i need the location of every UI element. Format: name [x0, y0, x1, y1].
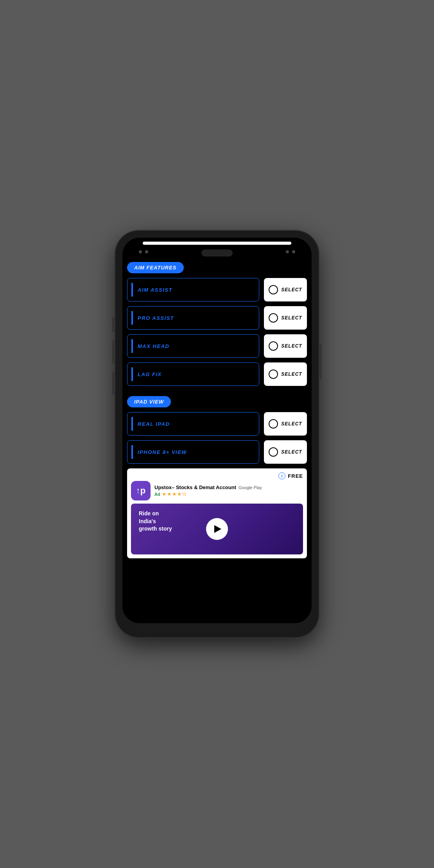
volume-down-button [112, 371, 115, 395]
iphone8-label: IPHONE 8+ VIEW [138, 449, 187, 455]
cam-dot2 [292, 250, 295, 253]
iphone8-select-label: SELECT [281, 449, 302, 455]
pro-assist-label: PRO ASSIST [138, 315, 174, 321]
aim-assist-select-button[interactable]: SELECT [264, 278, 307, 301]
ad-rating-row: Ad ★★★★½ [154, 491, 303, 497]
ad-badge: Ad [154, 492, 160, 497]
ad-app-icon: ↑p [131, 481, 151, 500]
pro-assist-label-box: PRO ASSIST [127, 306, 259, 330]
aim-assist-row: AIM ASSIST SELECT [127, 278, 307, 301]
ad-play-button[interactable] [206, 518, 228, 540]
aim-assist-label-box: AIM ASSIST [127, 278, 259, 301]
iphone8-radio [269, 447, 278, 457]
ad-thumb-text: Ride on India's growth story [139, 510, 172, 533]
top-bar [143, 242, 291, 245]
max-head-select-button[interactable]: SELECT [264, 334, 307, 358]
notch-area [127, 248, 307, 256]
phone-device: AIM FEATURES AIM ASSIST SELECT [115, 231, 319, 637]
aim-assist-label: AIM ASSIST [138, 287, 172, 293]
iphone8-select-button[interactable]: SELECT [264, 440, 307, 464]
ad-app-info: Upstox– Stocks & Demat Account Google Pl… [154, 484, 303, 497]
lag-fix-bar [131, 367, 133, 381]
camera-dot [139, 250, 142, 253]
max-head-radio [269, 341, 278, 351]
aim-features-section: AIM FEATURES AIM ASSIST SELECT [127, 256, 307, 386]
aim-assist-bar [131, 283, 133, 297]
max-head-row: MAX HEAD SELECT [127, 334, 307, 358]
power-button [319, 344, 322, 379]
volume-mute-button [112, 317, 115, 332]
pro-assist-select-button[interactable]: SELECT [264, 306, 307, 330]
pro-assist-row: PRO ASSIST SELECT [127, 306, 307, 330]
ad-top-row: i FREE [131, 472, 303, 479]
phone-screen: AIM FEATURES AIM ASSIST SELECT [122, 238, 312, 623]
pro-assist-bar [131, 311, 133, 325]
real-ipad-select-button[interactable]: SELECT [264, 412, 307, 436]
max-head-select-label: SELECT [281, 343, 302, 349]
lag-fix-select-button[interactable]: SELECT [264, 362, 307, 386]
speaker-dot [286, 250, 289, 253]
iphone8-bar [131, 445, 133, 459]
iphone8-view-row: IPHONE 8+ VIEW SELECT [127, 440, 307, 464]
ad-thumbnail[interactable]: Ride on India's growth story [131, 504, 303, 554]
ipad-view-section: IPAD VIEW REAL IPAD SELECT [127, 391, 307, 464]
real-ipad-select-label: SELECT [281, 421, 302, 427]
ad-app-name: Upstox– Stocks & Demat Account [154, 484, 236, 490]
lag-fix-row: LAG FIX SELECT [127, 362, 307, 386]
sensor-dot [145, 250, 148, 253]
pro-assist-radio [269, 313, 278, 323]
ad-app-row: ↑p Upstox– Stocks & Demat Account Google… [131, 481, 303, 500]
ad-info-icon[interactable]: i [278, 472, 285, 479]
aim-assist-select-label: SELECT [281, 287, 302, 292]
real-ipad-label: REAL IPAD [138, 421, 170, 427]
lag-fix-label-box: LAG FIX [127, 362, 259, 386]
ipad-view-badge: IPAD VIEW [127, 396, 171, 407]
lag-fix-select-label: SELECT [281, 371, 302, 377]
notch-bar [201, 249, 233, 256]
pro-assist-select-label: SELECT [281, 315, 302, 321]
real-ipad-row: REAL IPAD SELECT [127, 412, 307, 436]
ad-stars: ★★★★½ [162, 491, 187, 497]
volume-up-button [112, 340, 115, 364]
lag-fix-radio [269, 369, 278, 379]
real-ipad-radio [269, 419, 278, 429]
max-head-label-box: MAX HEAD [127, 334, 259, 358]
lag-fix-label: LAG FIX [138, 371, 162, 377]
max-head-bar [131, 339, 133, 353]
max-head-label: MAX HEAD [138, 343, 169, 349]
play-icon [214, 525, 221, 533]
screen-content: AIM FEATURES AIM ASSIST SELECT [122, 238, 312, 623]
ad-google-play: Google Play [239, 485, 262, 490]
aim-assist-radio [269, 285, 278, 294]
iphone8-label-box: IPHONE 8+ VIEW [127, 440, 259, 464]
aim-features-badge: AIM FEATURES [127, 262, 184, 273]
real-ipad-bar [131, 417, 133, 431]
ad-free-label: FREE [288, 473, 303, 479]
real-ipad-label-box: REAL IPAD [127, 412, 259, 436]
ad-section: i FREE ↑p Upstox– Stocks & Demat Account… [127, 468, 307, 558]
